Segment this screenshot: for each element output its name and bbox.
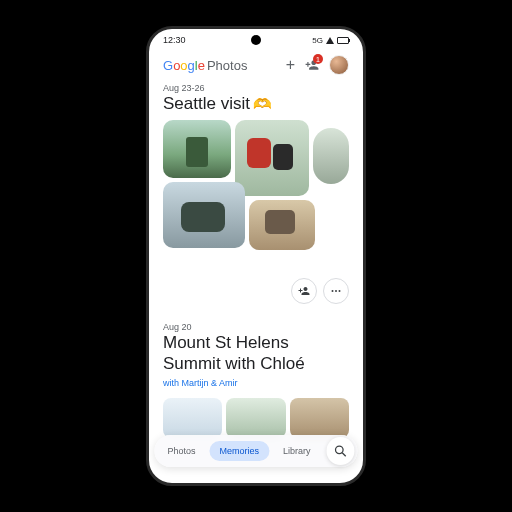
person-add-icon bbox=[298, 285, 310, 297]
memory-title-line2: Summit with Chloé bbox=[163, 354, 349, 374]
google-photos-logo[interactable]: Google Photos bbox=[163, 58, 247, 73]
memory-card-st-helens[interactable]: Aug 20 Mount St Helens Summit with Chloé… bbox=[163, 322, 349, 442]
phone-frame: 12:30 5G Google Photos + 1 Aug 23-26 Sea… bbox=[146, 26, 366, 486]
svg-point-0 bbox=[332, 290, 334, 292]
memory-title: Seattle visit 🫶 bbox=[163, 94, 349, 114]
status-bar: 12:30 5G bbox=[149, 29, 363, 51]
svg-line-4 bbox=[342, 453, 346, 457]
add-icon[interactable]: + bbox=[286, 57, 295, 73]
memory-date: Aug 20 bbox=[163, 322, 349, 332]
memory-actions bbox=[163, 278, 349, 304]
svg-point-3 bbox=[336, 446, 344, 454]
logo-google: Google bbox=[163, 58, 205, 73]
memory-date: Aug 23-26 bbox=[163, 83, 349, 93]
photo-collage[interactable] bbox=[163, 120, 353, 270]
heart-hands-emoji: 🫶 bbox=[253, 95, 272, 113]
search-icon bbox=[334, 444, 348, 458]
svg-point-2 bbox=[339, 290, 341, 292]
memory-people[interactable]: with Martijn & Amir bbox=[163, 378, 349, 388]
memories-feed[interactable]: Aug 23-26 Seattle visit 🫶 bbox=[149, 81, 363, 483]
bottom-navigation: Photos Memories Library bbox=[154, 435, 357, 467]
memory-card-seattle[interactable]: Aug 23-26 Seattle visit 🫶 bbox=[163, 83, 349, 304]
logo-photos: Photos bbox=[207, 58, 247, 73]
collage-photo[interactable] bbox=[163, 182, 245, 248]
nav-library[interactable]: Library bbox=[273, 441, 321, 461]
status-right: 5G bbox=[312, 36, 349, 45]
collage-photo[interactable] bbox=[249, 200, 315, 250]
more-options-button[interactable] bbox=[323, 278, 349, 304]
nav-memories[interactable]: Memories bbox=[210, 441, 270, 461]
nav-photos[interactable]: Photos bbox=[157, 441, 205, 461]
signal-icon bbox=[326, 37, 334, 44]
thumbnail[interactable] bbox=[290, 398, 349, 438]
battery-icon bbox=[337, 37, 349, 44]
thumbnail[interactable] bbox=[226, 398, 285, 438]
collage-photo[interactable] bbox=[313, 128, 349, 184]
network-label: 5G bbox=[312, 36, 323, 45]
app-bar: Google Photos + 1 bbox=[149, 51, 363, 81]
notification-badge: 1 bbox=[313, 54, 323, 64]
svg-point-1 bbox=[335, 290, 337, 292]
sharing-button[interactable]: 1 bbox=[305, 58, 319, 72]
clock: 12:30 bbox=[163, 35, 186, 45]
collage-photo[interactable] bbox=[163, 120, 231, 178]
thumbnail[interactable] bbox=[163, 398, 222, 438]
front-camera bbox=[251, 35, 261, 45]
search-button[interactable] bbox=[327, 437, 355, 465]
share-memory-button[interactable] bbox=[291, 278, 317, 304]
memory-title: Mount St Helens bbox=[163, 333, 349, 353]
collage-photo[interactable] bbox=[235, 120, 309, 196]
account-avatar[interactable] bbox=[329, 55, 349, 75]
more-horiz-icon bbox=[330, 285, 342, 297]
